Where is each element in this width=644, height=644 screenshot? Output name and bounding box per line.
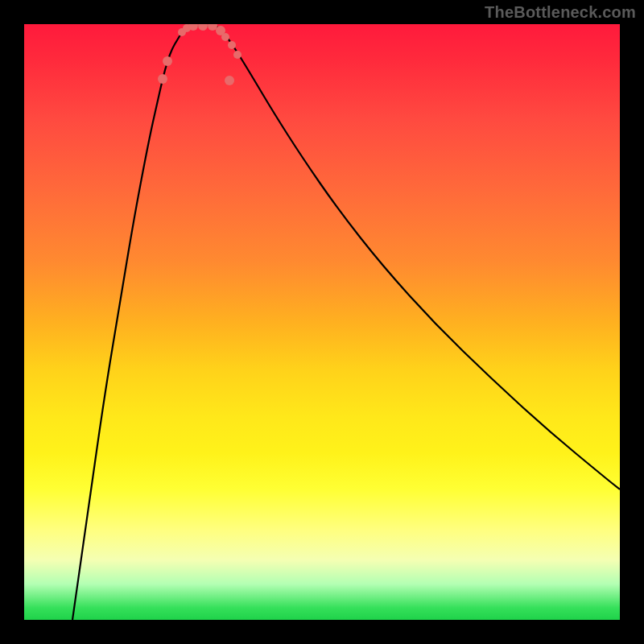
plot-area [24, 24, 620, 620]
data-marker [228, 41, 236, 49]
curve-right-branch [216, 26, 620, 489]
data-marker [233, 51, 242, 59]
watermark-text: TheBottleneck.com [485, 3, 636, 22]
curve-svg [24, 24, 620, 620]
data-marker [221, 33, 229, 41]
data-marker [198, 24, 208, 31]
data-marker [158, 74, 167, 84]
data-marker [225, 76, 234, 85]
data-marker [163, 56, 172, 66]
curve-left-branch [72, 26, 192, 620]
chart-frame: TheBottleneck.com [0, 0, 644, 644]
curve-group [72, 26, 620, 620]
